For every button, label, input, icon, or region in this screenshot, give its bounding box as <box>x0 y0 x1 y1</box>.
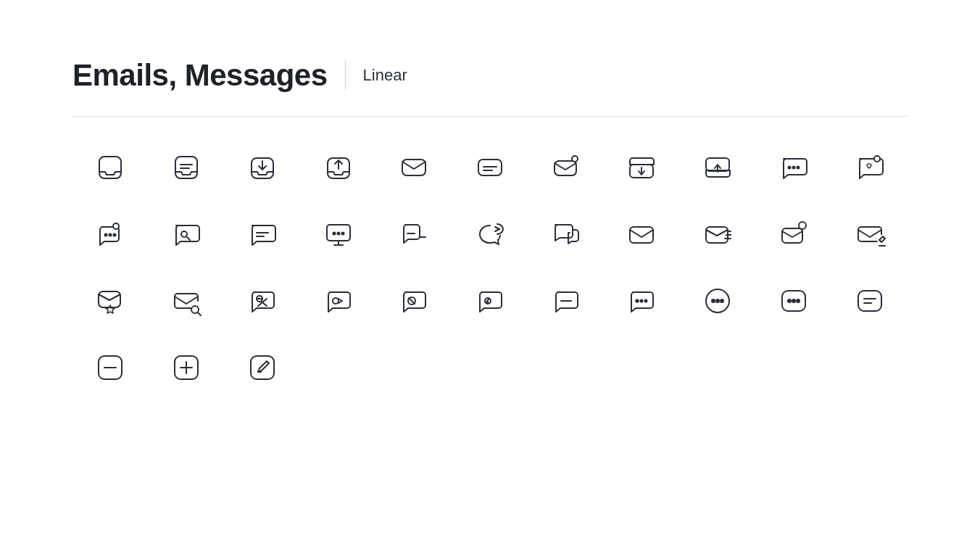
mail-notification-icon[interactable] <box>756 218 832 250</box>
section-divider <box>72 116 908 117</box>
svg-point-24 <box>114 234 116 236</box>
header-divider <box>345 61 346 90</box>
svg-point-18 <box>788 167 790 169</box>
chat-text-icon[interactable] <box>224 218 300 250</box>
svg-point-69 <box>788 299 791 302</box>
inbox-download-alt-icon[interactable] <box>604 152 680 183</box>
chat-minus-icon[interactable] <box>376 218 452 250</box>
svg-point-21 <box>874 156 880 162</box>
chat-search-icon[interactable] <box>149 218 225 250</box>
empty-cell <box>376 352 452 384</box>
page-title: Emails, Messages <box>72 58 328 93</box>
svg-point-22 <box>105 234 107 236</box>
chat-notification-icon[interactable] <box>72 218 149 250</box>
svg-rect-44 <box>782 228 802 243</box>
svg-rect-72 <box>858 291 881 311</box>
mail-edit-icon[interactable] <box>831 218 908 250</box>
svg-rect-12 <box>555 161 576 175</box>
svg-point-13 <box>572 156 578 162</box>
svg-rect-39 <box>630 227 653 243</box>
square-minus-icon[interactable] <box>72 352 149 384</box>
svg-point-34 <box>341 233 344 235</box>
empty-cell <box>300 352 376 384</box>
chat-bubble-heart-icon[interactable] <box>831 152 908 183</box>
svg-point-71 <box>797 299 800 302</box>
svg-point-19 <box>792 167 794 169</box>
svg-line-38 <box>495 229 499 231</box>
message-lines-icon[interactable] <box>831 285 908 317</box>
message-dots-icon[interactable] <box>604 285 680 317</box>
circle-message-icon[interactable] <box>680 285 756 317</box>
square-plus-icon[interactable] <box>149 352 225 384</box>
svg-point-62 <box>645 300 647 302</box>
envelope-icon[interactable] <box>376 152 452 183</box>
svg-point-23 <box>109 234 112 236</box>
page-header: Emails, Messages Linear <box>72 58 908 93</box>
message-block-icon[interactable] <box>376 285 452 317</box>
mail-closed-icon[interactable] <box>604 218 680 250</box>
svg-line-27 <box>187 237 190 240</box>
page-subtitle: Linear <box>363 66 407 85</box>
icon-grid <box>72 152 908 384</box>
svg-rect-8 <box>402 160 425 175</box>
mail-lines-icon[interactable] <box>680 218 756 250</box>
svg-point-66 <box>716 299 719 302</box>
message-edit-icon[interactable] <box>452 285 528 317</box>
svg-point-67 <box>721 299 723 302</box>
inbox-lines-icon[interactable] <box>149 152 225 183</box>
svg-point-65 <box>712 299 715 302</box>
envelope-text-icon[interactable] <box>452 152 528 183</box>
svg-point-63 <box>636 300 639 302</box>
chat-monitor-icon[interactable] <box>300 218 376 250</box>
inbox-icon[interactable] <box>72 152 149 183</box>
message-remove-icon[interactable] <box>224 285 300 317</box>
empty-cell <box>528 352 604 384</box>
svg-point-25 <box>113 223 119 229</box>
page: Emails, Messages Linear <box>0 0 980 427</box>
empty-cell <box>756 352 832 384</box>
svg-point-54 <box>333 298 339 304</box>
chat-reply-icon[interactable] <box>452 218 528 250</box>
message-minus-icon[interactable] <box>528 285 604 317</box>
svg-point-45 <box>799 222 806 229</box>
svg-point-61 <box>641 300 643 302</box>
svg-point-20 <box>797 167 799 169</box>
chat-bubble-icon[interactable] <box>756 152 832 183</box>
mail-search-icon[interactable] <box>149 285 225 317</box>
rounded-message-icon[interactable] <box>756 285 832 317</box>
inbox-download-icon[interactable] <box>224 152 300 183</box>
square-edit-icon[interactable] <box>224 352 300 384</box>
inbox-upload-alt-icon[interactable] <box>680 152 756 183</box>
empty-cell <box>680 352 756 384</box>
message-forward-icon[interactable] <box>300 285 376 317</box>
svg-point-70 <box>792 299 795 302</box>
svg-point-32 <box>333 233 335 235</box>
svg-point-33 <box>337 233 339 235</box>
empty-cell <box>452 352 528 384</box>
empty-cell <box>604 352 680 384</box>
svg-point-26 <box>181 231 187 237</box>
mail-star-icon[interactable] <box>72 285 149 317</box>
envelope-notification-icon[interactable] <box>528 152 604 183</box>
svg-line-49 <box>198 313 201 315</box>
chat-dual-icon[interactable] <box>528 218 604 250</box>
inbox-upload-icon[interactable] <box>300 152 376 183</box>
svg-rect-80 <box>251 356 274 379</box>
empty-cell <box>831 352 908 384</box>
